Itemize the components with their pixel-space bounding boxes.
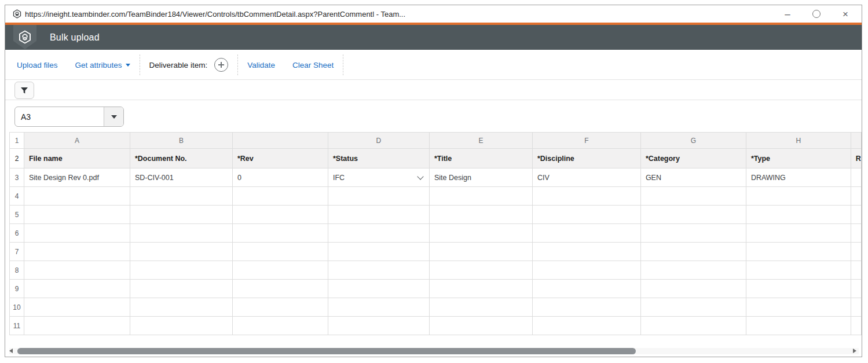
row-number-cell[interactable]: 10 (10, 298, 24, 317)
data-cell[interactable] (429, 224, 532, 243)
column-letter-cell[interactable]: D (328, 133, 429, 149)
data-cell[interactable] (130, 298, 232, 317)
data-cell[interactable] (640, 280, 746, 298)
data-cell[interactable] (24, 298, 130, 317)
data-cell[interactable] (130, 317, 232, 335)
data-cell[interactable] (24, 206, 130, 224)
data-cell[interactable] (232, 243, 328, 261)
data-cell[interactable] (532, 187, 640, 206)
close-icon[interactable]: × (840, 8, 851, 20)
data-cell[interactable] (640, 298, 746, 317)
header-cell-status[interactable]: *Status (328, 149, 429, 168)
data-cell[interactable] (851, 317, 861, 335)
data-cell[interactable] (232, 280, 328, 298)
row-number-cell[interactable]: 3 (10, 168, 24, 187)
data-cell[interactable] (640, 261, 746, 280)
data-cell[interactable] (532, 261, 640, 280)
data-cell[interactable] (532, 224, 640, 243)
data-cell[interactable] (328, 261, 429, 280)
data-cell[interactable] (130, 280, 232, 298)
upload-files-button[interactable]: Upload files (17, 61, 58, 69)
cell-document-no[interactable]: SD-CIV-001 (130, 168, 232, 187)
data-cell[interactable] (532, 243, 640, 261)
data-cell[interactable] (24, 261, 130, 280)
scroll-left-arrow-icon[interactable] (9, 349, 13, 353)
header-cell-type[interactable]: *Type (746, 149, 851, 168)
data-cell[interactable] (746, 280, 851, 298)
data-cell[interactable] (130, 206, 232, 224)
data-cell[interactable] (130, 224, 232, 243)
data-cell[interactable] (532, 317, 640, 335)
scroll-right-arrow-icon[interactable] (853, 349, 856, 353)
column-letter-cell[interactable]: E (429, 133, 532, 149)
data-cell[interactable] (746, 261, 851, 280)
data-cell[interactable] (851, 298, 861, 317)
data-cell[interactable] (24, 317, 130, 335)
minimize-icon[interactable]: – (782, 8, 793, 20)
data-cell[interactable] (851, 243, 861, 261)
data-cell[interactable] (746, 243, 851, 261)
data-cell[interactable] (851, 261, 861, 280)
header-cell-document-no[interactable]: *Document No. (130, 149, 232, 168)
row-number-cell[interactable]: 1 (10, 133, 24, 149)
data-cell[interactable] (532, 280, 640, 298)
row-number-cell[interactable]: 6 (10, 224, 24, 243)
data-cell[interactable] (24, 187, 130, 206)
data-cell[interactable] (232, 206, 328, 224)
header-cell-clipped[interactable]: R (851, 149, 861, 168)
header-cell-title[interactable]: *Title (429, 149, 532, 168)
data-cell[interactable] (746, 224, 851, 243)
data-cell[interactable] (328, 187, 429, 206)
row-number-cell[interactable]: 7 (10, 243, 24, 261)
data-cell[interactable] (429, 261, 532, 280)
data-cell[interactable] (746, 298, 851, 317)
data-cell[interactable] (232, 298, 328, 317)
data-cell[interactable] (24, 224, 130, 243)
data-cell[interactable] (130, 261, 232, 280)
data-cell[interactable] (851, 224, 861, 243)
data-cell[interactable] (130, 187, 232, 206)
data-cell[interactable] (24, 280, 130, 298)
data-cell[interactable] (328, 317, 429, 335)
cell-rev[interactable]: 0 (232, 168, 328, 187)
get-attributes-button[interactable]: Get attributes (75, 61, 130, 69)
data-cell[interactable] (640, 243, 746, 261)
column-letter-cell[interactable]: A (24, 133, 130, 149)
header-cell-rev[interactable]: *Rev (232, 149, 328, 168)
column-letter-cell[interactable]: H (746, 133, 851, 149)
add-deliverable-button[interactable] (214, 58, 228, 72)
data-cell[interactable] (851, 280, 861, 298)
data-cell[interactable] (429, 298, 532, 317)
data-cell[interactable] (429, 317, 532, 335)
filter-button[interactable] (14, 82, 34, 99)
cell-reference-combobox[interactable]: A3 (14, 107, 124, 127)
row-number-cell[interactable]: 4 (10, 187, 24, 206)
data-cell[interactable] (532, 206, 640, 224)
data-cell[interactable] (746, 317, 851, 335)
row-number-cell[interactable]: 11 (10, 317, 24, 335)
validate-button[interactable]: Validate (247, 61, 275, 69)
data-cell[interactable] (232, 261, 328, 280)
cell-category[interactable]: GEN (640, 168, 746, 187)
row-number-cell[interactable]: 9 (10, 280, 24, 298)
data-cell[interactable] (232, 224, 328, 243)
data-cell[interactable] (429, 187, 532, 206)
data-cell[interactable] (746, 206, 851, 224)
cell-file-name[interactable]: Site Design Rev 0.pdf (24, 168, 130, 187)
row-number-cell[interactable]: 8 (10, 261, 24, 280)
data-cell[interactable] (328, 243, 429, 261)
header-cell-file-name[interactable]: File name (24, 149, 130, 168)
column-letter-cell[interactable] (232, 133, 328, 149)
maximize-icon[interactable] (811, 8, 822, 20)
data-cell[interactable] (851, 206, 861, 224)
cell-clipped[interactable] (851, 168, 861, 187)
data-cell[interactable] (130, 243, 232, 261)
clear-sheet-button[interactable]: Clear Sheet (292, 61, 334, 69)
data-cell[interactable] (232, 187, 328, 206)
data-cell[interactable] (640, 224, 746, 243)
data-cell[interactable] (328, 224, 429, 243)
cell-title[interactable]: Site Design (429, 168, 532, 187)
data-cell[interactable] (746, 187, 851, 206)
data-cell[interactable] (532, 298, 640, 317)
data-cell[interactable] (851, 187, 861, 206)
